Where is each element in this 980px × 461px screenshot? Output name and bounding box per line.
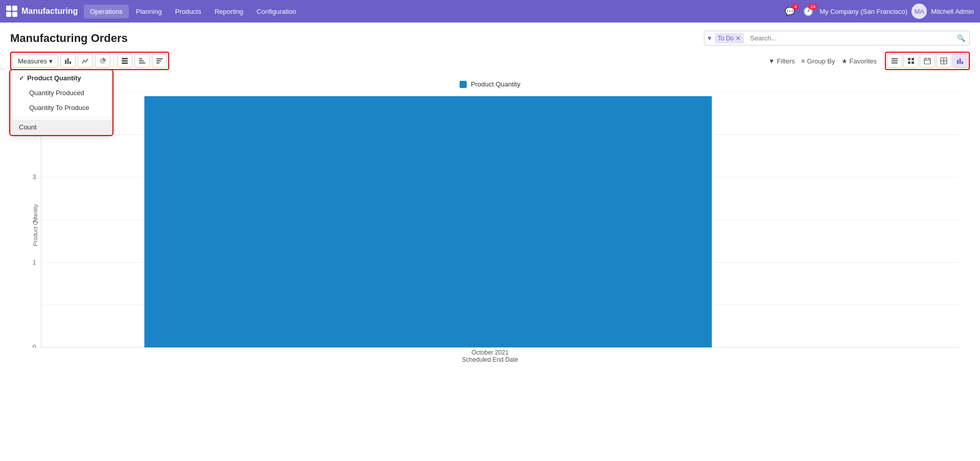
svg-rect-26 bbox=[957, 60, 959, 64]
svg-rect-9 bbox=[156, 58, 163, 59]
svg-rect-0 bbox=[65, 60, 66, 64]
toolbar: Measures ▾ bbox=[10, 52, 970, 70]
search-bar: ▼ To Do ✕ 🔍 bbox=[704, 31, 970, 46]
kanban-view-button[interactable] bbox=[903, 54, 919, 68]
top-navigation: Manufacturing Operations Planning Produc… bbox=[0, 0, 980, 23]
chart-container: Product Quantity Product Quantity 5 bbox=[10, 75, 970, 372]
favorites-label: Favorites bbox=[850, 57, 877, 65]
legend-color-swatch bbox=[460, 81, 467, 88]
menu-item-planning[interactable]: Planning bbox=[130, 5, 168, 18]
measures-item-quantity-to-produce[interactable]: Quantity To Produce bbox=[11, 100, 112, 115]
svg-rect-28 bbox=[962, 61, 963, 64]
messages-badge: 4 bbox=[792, 4, 799, 10]
company-name[interactable]: My Company (San Francisco) bbox=[819, 8, 907, 15]
svg-rect-17 bbox=[908, 61, 910, 64]
content-area: Manufacturing Orders ▼ To Do ✕ 🔍 Measure… bbox=[0, 23, 980, 380]
svg-rect-2 bbox=[70, 61, 71, 64]
app-logo[interactable]: Manufacturing bbox=[6, 6, 78, 17]
chart-toolbar-left: Measures ▾ bbox=[10, 52, 169, 70]
svg-rect-7 bbox=[139, 60, 144, 61]
descending-icon[interactable] bbox=[134, 54, 150, 68]
line-chart-icon[interactable] bbox=[78, 54, 93, 68]
svg-rect-10 bbox=[156, 60, 161, 61]
measures-chevron-icon: ▾ bbox=[49, 57, 53, 65]
measures-label: Measures bbox=[18, 57, 47, 65]
chart-legend: Product Quantity bbox=[10, 80, 970, 88]
group-by-label: Group By bbox=[807, 57, 835, 65]
svg-rect-15 bbox=[908, 58, 910, 60]
topnav-right: 💬 4 🕐 24 My Company (San Francisco) MA M… bbox=[783, 4, 974, 19]
measures-item-label-1: Product Quantity bbox=[27, 74, 81, 82]
view-switcher bbox=[885, 52, 970, 70]
svg-rect-4 bbox=[122, 60, 128, 62]
filter-tag-close[interactable]: ✕ bbox=[736, 35, 741, 42]
favorites-icon: ★ bbox=[841, 57, 848, 65]
check-icon: ✓ bbox=[19, 75, 24, 82]
main-menu: Operations Planning Products Reporting C… bbox=[84, 5, 781, 18]
svg-rect-11 bbox=[156, 62, 159, 63]
measures-dropdown: ✓ Product Quantity Quantity Produced Qua… bbox=[10, 70, 112, 135]
grid-icon bbox=[6, 6, 17, 17]
menu-item-products[interactable]: Products bbox=[169, 5, 207, 18]
avatar[interactable]: MA bbox=[911, 4, 927, 19]
dropdown-divider bbox=[11, 117, 112, 118]
menu-item-reporting[interactable]: Reporting bbox=[209, 5, 249, 18]
filter-funnel-icon: ▼ bbox=[706, 35, 713, 42]
svg-rect-14 bbox=[892, 62, 898, 63]
svg-rect-8 bbox=[139, 58, 142, 59]
menu-item-operations[interactable]: Operations bbox=[84, 5, 129, 18]
svg-rect-6 bbox=[139, 62, 145, 63]
filter-tag-label: To Do bbox=[718, 35, 734, 42]
x-axis-sub-label: Scheduled End Date bbox=[10, 356, 970, 363]
calendar-view-button[interactable] bbox=[920, 54, 935, 68]
svg-rect-16 bbox=[911, 58, 914, 60]
svg-text:3: 3 bbox=[33, 173, 36, 181]
pie-chart-icon[interactable] bbox=[95, 54, 110, 68]
filters-button[interactable]: ▼ Filters bbox=[768, 57, 795, 65]
favorites-button[interactable]: ★ Favorites bbox=[841, 57, 877, 65]
svg-rect-12 bbox=[892, 58, 898, 59]
page-title-row: Manufacturing Orders ▼ To Do ✕ 🔍 bbox=[10, 31, 970, 46]
menu-item-configuration[interactable]: Configuration bbox=[250, 5, 302, 18]
svg-rect-5 bbox=[122, 62, 128, 64]
ascending-icon[interactable] bbox=[152, 54, 167, 68]
group-by-icon: ≡ bbox=[801, 57, 805, 65]
chart-plot-wrapper: Product Quantity 5 4 3 2 1 0 bbox=[10, 92, 970, 358]
search-submit-icon[interactable]: 🔍 bbox=[953, 31, 969, 45]
search-input[interactable] bbox=[746, 32, 953, 44]
list-view-button[interactable] bbox=[887, 54, 902, 68]
messages-icon[interactable]: 💬 4 bbox=[783, 5, 797, 18]
filters-label: Filters bbox=[777, 57, 795, 65]
bar-chart-icon[interactable] bbox=[60, 54, 76, 68]
chart-bar bbox=[144, 96, 712, 347]
username[interactable]: Mitchell Admin bbox=[931, 8, 974, 15]
measures-item-label-3: Quantity To Produce bbox=[29, 104, 89, 112]
filter-group: ▼ Filters ≡ Group By ★ Favorites bbox=[768, 57, 877, 65]
svg-rect-27 bbox=[960, 58, 961, 64]
chart-svg: 5 4 3 2 1 0 bbox=[10, 92, 970, 348]
pivot-view-button[interactable] bbox=[936, 54, 951, 68]
updates-badge: 24 bbox=[808, 4, 817, 10]
svg-rect-3 bbox=[122, 58, 128, 59]
measures-button[interactable]: Measures ▾ bbox=[12, 55, 58, 68]
measures-item-quantity-produced[interactable]: Quantity Produced bbox=[11, 85, 112, 100]
graph-view-button[interactable] bbox=[952, 54, 968, 68]
filters-icon: ▼ bbox=[768, 57, 775, 65]
updates-icon[interactable]: 🕐 24 bbox=[801, 5, 815, 18]
app-name: Manufacturing bbox=[21, 7, 78, 16]
svg-rect-13 bbox=[892, 60, 898, 61]
measures-item-product-quantity[interactable]: ✓ Product Quantity bbox=[11, 71, 112, 85]
filter-tag-todo: To Do ✕ bbox=[715, 33, 744, 43]
stack-icon[interactable] bbox=[117, 54, 132, 68]
svg-rect-18 bbox=[911, 61, 914, 64]
group-by-button[interactable]: ≡ Group By bbox=[801, 57, 835, 65]
toolbar-separator-1 bbox=[113, 56, 114, 66]
x-axis-date: October 2021 bbox=[10, 349, 970, 356]
legend-label: Product Quantity bbox=[471, 80, 520, 88]
measures-item-label-2: Quantity Produced bbox=[29, 89, 84, 97]
svg-text:0: 0 bbox=[33, 344, 36, 348]
svg-rect-1 bbox=[67, 58, 69, 64]
measures-item-count[interactable]: Count bbox=[11, 120, 112, 135]
svg-text:1: 1 bbox=[33, 259, 36, 266]
svg-rect-19 bbox=[924, 58, 930, 64]
